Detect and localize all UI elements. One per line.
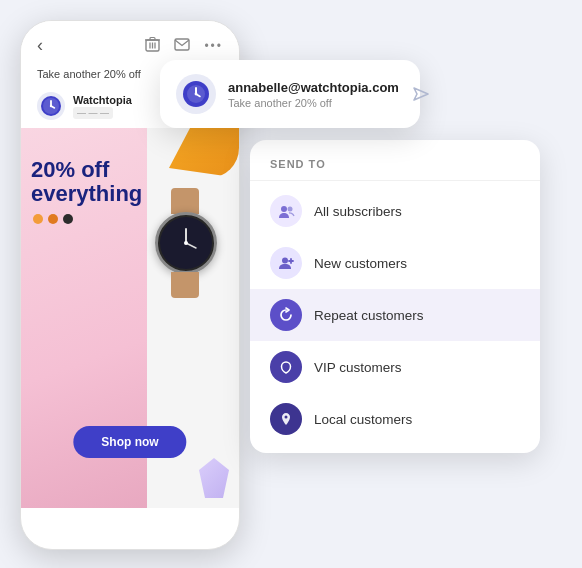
watch-face (155, 212, 217, 274)
more-icon[interactable]: ••• (204, 39, 223, 53)
new-customers-label: New customers (314, 256, 407, 271)
vip-customers-icon (270, 351, 302, 383)
dot-3 (63, 214, 73, 224)
all-subscribers-icon (270, 195, 302, 227)
sender-name: Watchtopia (73, 94, 132, 106)
svg-rect-6 (175, 39, 189, 50)
send-to-vip-customers[interactable]: VIP customers (250, 341, 540, 393)
sender-info: Watchtopia — — — (73, 94, 132, 119)
phone-header-icons: ••• (145, 36, 223, 56)
dot-1 (33, 214, 43, 224)
svg-point-21 (281, 206, 287, 212)
watch-band-top (171, 188, 199, 214)
sender-avatar (37, 92, 65, 120)
repeat-customers-label: Repeat customers (314, 308, 424, 323)
crystal-shape (199, 458, 229, 498)
send-to-divider (250, 180, 540, 181)
email-card-avatar (176, 74, 216, 114)
svg-point-26 (285, 416, 288, 419)
sender-dots: — — — (73, 107, 113, 119)
send-to-local-customers[interactable]: Local customers (250, 393, 540, 445)
email-from: annabelle@watchtopia.com (228, 80, 399, 95)
dot-2 (48, 214, 58, 224)
email-content: 20% off everything (21, 128, 239, 508)
send-to-title: SEND TO (250, 158, 540, 180)
send-to-repeat-customers[interactable]: Repeat customers (250, 289, 540, 341)
mail-icon[interactable] (174, 37, 190, 55)
watch-band-bottom (171, 272, 199, 298)
crystal-decoration (199, 458, 229, 498)
phone-header-left: ‹ (37, 35, 47, 56)
promo-discount: 20% off everything (31, 158, 142, 206)
send-to-panel: SEND TO All subscribers New customers (250, 140, 540, 453)
email-card-info: annabelle@watchtopia.com Take another 20… (228, 80, 399, 109)
send-to-all-subscribers[interactable]: All subscribers (250, 185, 540, 237)
email-card: annabelle@watchtopia.com Take another 20… (160, 60, 420, 128)
svg-point-11 (50, 105, 52, 107)
promo-text: 20% off everything (31, 158, 142, 224)
promo-dots (33, 214, 142, 224)
heel-illustration (149, 128, 239, 188)
watch-illustration (151, 188, 231, 298)
svg-rect-5 (150, 37, 155, 40)
svg-point-20 (195, 93, 198, 96)
trash-icon[interactable] (145, 36, 160, 56)
send-button[interactable] (411, 78, 431, 110)
local-customers-icon (270, 403, 302, 435)
vip-customers-label: VIP customers (314, 360, 402, 375)
send-to-new-customers[interactable]: New customers (250, 237, 540, 289)
new-customers-icon (270, 247, 302, 279)
email-card-subject: Take another 20% off (228, 97, 399, 109)
svg-point-15 (184, 241, 188, 245)
shop-now-button[interactable]: Shop now (73, 426, 186, 458)
repeat-customers-icon (270, 299, 302, 331)
all-subscribers-label: All subscribers (314, 204, 402, 219)
phone-header: ‹ ••• (21, 21, 239, 64)
svg-point-22 (287, 206, 292, 211)
heel-shape (169, 128, 239, 178)
svg-point-23 (282, 258, 288, 264)
local-customers-label: Local customers (314, 412, 412, 427)
back-button[interactable]: ‹ (37, 35, 43, 56)
